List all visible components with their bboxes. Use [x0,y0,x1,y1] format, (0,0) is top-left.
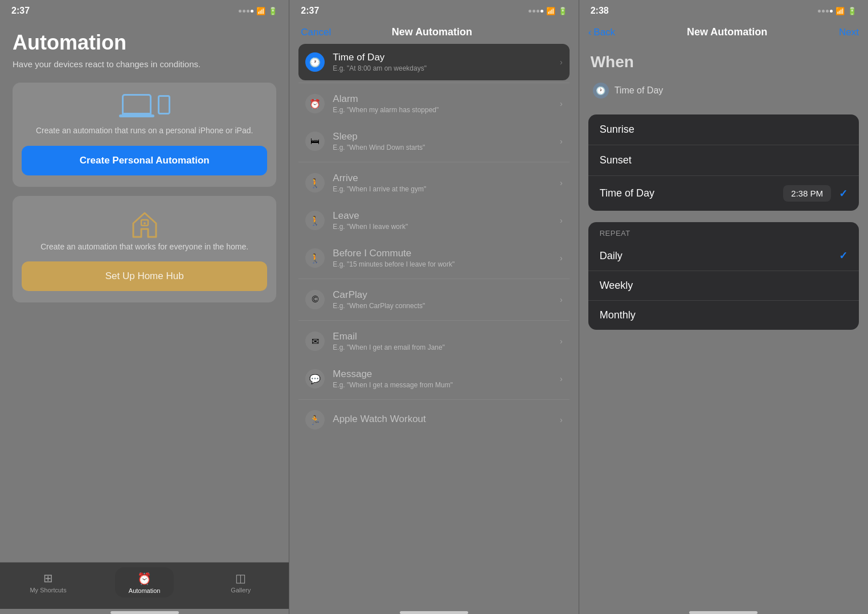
status-time-2: 2:37 [301,6,319,16]
list-separator-2 [298,162,569,162]
repeat-card: REPEAT Daily ✓ Weekly Monthly [588,222,859,330]
list-item-alarm[interactable]: ⏰ Alarm E.g. "When my alarm has stopped"… [298,85,569,122]
time-of-day-icon: 🕐 [305,52,325,72]
list-item-arrive[interactable]: 🚶 Arrive E.g. "When I arrive at the gym"… [298,165,569,201]
wifi-icon-2: 📶 [546,7,555,15]
arrive-icon: 🚶 [305,173,325,193]
wifi-icon-3: 📶 [836,7,845,15]
time-of-day-text: Time of Day E.g. "At 8:00 am on weekdays… [333,52,560,72]
workout-text: Apple Watch Workout [333,414,560,426]
weekly-label: Weekly [600,280,633,292]
list-item-sleep[interactable]: 🛏 Sleep E.g. "When Wind Down starts" › [298,123,569,159]
leave-title: Leave [333,210,560,222]
list-separator-1 [298,83,569,83]
list-separator-5 [298,399,569,400]
time-of-day-option[interactable]: Time of Day 2:38 PM ✓ [588,175,859,211]
home-card-desc: Create an automation that works for ever… [40,241,248,253]
message-sub: E.g. "When I get a message from Mum" [333,381,560,389]
workout-title: Apple Watch Workout [333,414,560,425]
alarm-icon: ⏰ [305,94,325,113]
list-item-commute[interactable]: 🚶 Before I Commute E.g. "15 minutes befo… [298,240,569,276]
time-of-day-title: Time of Day [333,52,560,63]
when-item: 🕐 Time of Day [591,78,857,103]
chevron-commute: › [560,253,563,263]
list-item-time-of-day[interactable]: 🕐 Time of Day E.g. "At 8:00 am on weekda… [298,44,569,80]
email-icon: ✉ [305,331,325,351]
page-title-automation: Automation [13,31,276,55]
monthly-option[interactable]: Monthly [588,300,859,330]
laptop-base-icon [119,114,154,117]
next-button[interactable]: Next [839,27,859,38]
tab-automation-active-bg: ⏰ Automation [115,567,174,597]
list-separator-3 [298,279,569,279]
sunrise-option[interactable]: Sunrise [588,114,859,145]
leave-icon: 🚶 [305,211,325,230]
list-item-message[interactable]: 💬 Message E.g. "When I get a message fro… [298,361,569,397]
tab-my-shortcuts[interactable]: ⊞ My Shortcuts [0,571,96,593]
panel-automation: 2:37 📶 🔋 Automation Have your devices re… [0,0,289,614]
automation-type-list: 🕐 Time of Day E.g. "At 8:00 am on weekda… [289,44,578,609]
cancel-button[interactable]: Cancel [301,27,331,38]
workout-icon: 🏃 [305,410,325,429]
commute-title: Before I Commute [333,248,560,259]
current-time-badge: 2:38 PM [783,185,831,202]
personal-card-desc: Create an automation that runs on a pers… [36,125,253,137]
create-personal-automation-button[interactable]: Create Personal Automation [22,146,267,175]
sunset-option[interactable]: Sunset [588,145,859,175]
list-item-leave[interactable]: 🚶 Leave E.g. "When I leave work" › [298,202,569,239]
tab-shortcuts-label: My Shortcuts [30,587,66,593]
message-text: Message E.g. "When I get a message from … [333,369,560,389]
time-of-day-check-icon: ✓ [839,187,847,200]
back-button[interactable]: ‹ Back [588,27,615,38]
sleep-title: Sleep [333,131,560,142]
panel-time-settings: 2:38 📶 🔋 ‹ Back New Automation Next When [579,0,868,614]
tab-automation-label: Automation [129,587,161,594]
nav-bar-2: Cancel New Automation [289,19,578,44]
when-item-text: Time of Day [615,85,664,96]
home-indicator-1 [110,611,179,614]
weekly-option[interactable]: Weekly [588,271,859,300]
daily-option[interactable]: Daily ✓ [588,241,859,271]
message-title: Message [333,369,560,380]
commute-icon: 🚶 [305,248,325,268]
carplay-sub: E.g. "When CarPlay connects" [333,302,560,310]
home-svg-icon [128,207,162,241]
automation-tab-icon: ⏰ [137,572,152,586]
chevron-right-icon: › [560,58,563,67]
chevron-message: › [560,374,563,383]
setup-home-hub-button[interactable]: Set Up Home Hub [22,261,267,291]
alarm-title: Alarm [333,93,560,105]
list-item-carplay[interactable]: © CarPlay E.g. "When CarPlay connects" › [298,281,569,318]
back-label: Back [593,27,615,38]
laptop-icon [122,94,152,114]
repeat-header-label: REPEAT [588,222,859,241]
status-icons-2: 📶 🔋 [529,7,567,15]
status-icons-3: 📶 🔋 [818,7,857,15]
chevron-workout: › [560,415,563,424]
list-item-workout[interactable]: 🏃 Apple Watch Workout › [298,402,569,437]
home-hub-card: Create an automation that works for ever… [13,196,276,303]
page-subtitle-automation: Have your devices react to changes in co… [13,58,276,70]
phone-icon [158,95,170,114]
message-icon: 💬 [305,369,325,388]
battery-icon: 🔋 [268,7,277,15]
chevron-sleep: › [560,137,563,146]
status-time-1: 2:37 [11,6,30,16]
gallery-icon: ◫ [235,571,246,585]
time-picker-card: Sunrise Sunset Time of Day 2:38 PM ✓ [588,114,859,211]
alarm-text: Alarm E.g. "When my alarm has stopped" [333,93,560,114]
daily-label: Daily [600,250,623,262]
battery-icon-2: 🔋 [558,7,567,15]
list-item-email[interactable]: ✉ Email E.g. "When I get an email from J… [298,323,569,359]
status-bar-1: 2:37 📶 🔋 [0,0,289,19]
devices-icon-area [119,94,170,117]
email-sub: E.g. "When I get an email from Jane" [333,343,560,351]
home-indicator-3 [689,611,758,614]
status-time-3: 2:38 [591,6,609,16]
tab-automation[interactable]: ⏰ Automation [96,567,193,597]
shortcuts-icon: ⊞ [43,571,53,585]
carplay-title: CarPlay [333,289,560,301]
tab-gallery[interactable]: ◫ Gallery [193,571,289,593]
when-label: When [591,53,857,71]
sunset-label: Sunset [600,154,632,166]
